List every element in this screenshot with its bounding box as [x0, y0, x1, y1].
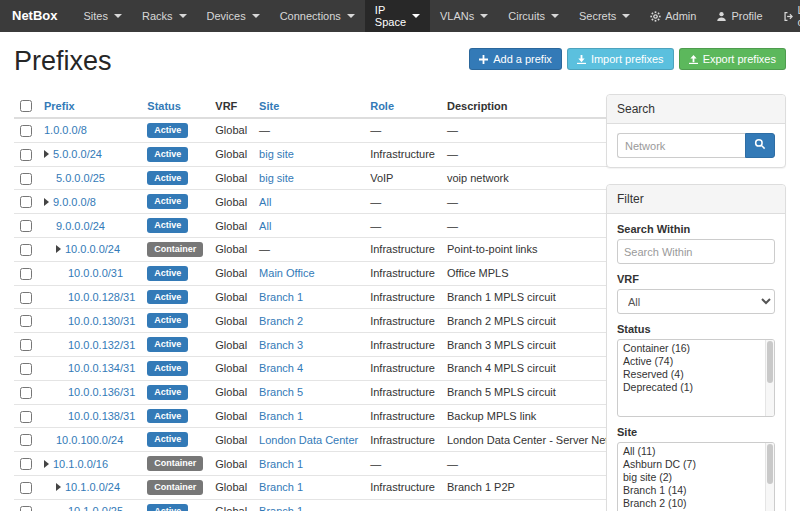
- site-link[interactable]: Branch 3: [259, 339, 303, 351]
- scrollbar-thumb[interactable]: [767, 444, 773, 484]
- column-header-site[interactable]: Site: [259, 100, 279, 112]
- expand-arrow-icon[interactable]: [44, 460, 49, 468]
- prefix-link[interactable]: 5.0.0.0/24: [53, 148, 102, 160]
- nav-item-sites[interactable]: Sites: [74, 0, 132, 32]
- row-checkbox[interactable]: [20, 196, 32, 208]
- admin-link[interactable]: Admin: [640, 0, 706, 32]
- site-link[interactable]: Branch 1: [259, 410, 303, 422]
- row-checkbox[interactable]: [20, 339, 32, 351]
- prefix-link[interactable]: 5.0.0.0/25: [56, 172, 105, 184]
- site-listbox-scrollbar[interactable]: [765, 443, 774, 511]
- expand-arrow-icon[interactable]: [56, 245, 61, 253]
- row-checkbox[interactable]: [20, 363, 32, 375]
- prefix-link[interactable]: 10.0.100.0/24: [56, 434, 123, 446]
- prefix-link[interactable]: 10.0.0.128/31: [68, 291, 135, 303]
- row-checkbox[interactable]: [20, 315, 32, 327]
- row-checkbox[interactable]: [20, 125, 32, 137]
- listbox-option[interactable]: Branch 1 (14): [618, 484, 764, 497]
- column-header-prefix[interactable]: Prefix: [44, 100, 75, 112]
- prefix-link[interactable]: 10.1.0.0/25: [68, 505, 123, 511]
- listbox-option[interactable]: Branch 2 (10): [618, 497, 764, 510]
- row-checkbox[interactable]: [20, 506, 32, 511]
- site-link[interactable]: big site: [259, 148, 294, 160]
- row-checkbox[interactable]: [20, 387, 32, 399]
- row-checkbox[interactable]: [20, 482, 32, 494]
- prefix-link[interactable]: 10.1.0.0/24: [65, 481, 120, 493]
- search-input[interactable]: [617, 133, 745, 158]
- vrf-select[interactable]: All: [617, 289, 775, 314]
- prefix-link[interactable]: 9.0.0.0/8: [53, 196, 96, 208]
- nav-item-secrets[interactable]: Secrets: [569, 0, 640, 32]
- row-checkbox[interactable]: [20, 292, 32, 304]
- prefix-link[interactable]: 10.0.0.130/31: [68, 315, 135, 327]
- prefix-link[interactable]: 10.0.0.136/31: [68, 386, 135, 398]
- expand-arrow-icon[interactable]: [44, 198, 49, 206]
- prefix-link[interactable]: 10.1.0.0/16: [53, 458, 108, 470]
- row-checkbox[interactable]: [20, 173, 32, 185]
- export-prefixes-button[interactable]: Export prefixes: [679, 48, 786, 70]
- row-checkbox[interactable]: [20, 411, 32, 423]
- search-within-input[interactable]: [617, 239, 775, 264]
- logout-link[interactable]: Log out: [773, 0, 800, 32]
- brand-link[interactable]: NetBox: [12, 0, 58, 32]
- row-checkbox[interactable]: [20, 458, 32, 470]
- listbox-option[interactable]: Ashburn DC (7): [618, 458, 764, 471]
- role-cell: Infrastructure: [364, 357, 441, 381]
- nav-item-connections[interactable]: Connections: [270, 0, 365, 32]
- prefix-link[interactable]: 10.0.0.132/31: [68, 339, 135, 351]
- listbox-option[interactable]: Active (74): [618, 355, 764, 368]
- row-checkbox[interactable]: [20, 149, 32, 161]
- nav-item-racks[interactable]: Racks: [132, 0, 197, 32]
- expand-arrow-icon[interactable]: [44, 150, 49, 158]
- prefix-link[interactable]: 10.0.0.138/31: [68, 410, 135, 422]
- expand-arrow-icon[interactable]: [56, 483, 61, 491]
- prefix-link[interactable]: 10.0.0.134/31: [68, 362, 135, 374]
- site-link[interactable]: All: [259, 220, 271, 232]
- site-link[interactable]: Branch 4: [259, 362, 303, 374]
- export-prefixes-label: Export prefixes: [703, 53, 776, 65]
- site-cell: London Data Center: [253, 428, 364, 452]
- site-listbox[interactable]: All (11)Ashburn DC (7)big site (2)Branch…: [617, 442, 775, 511]
- prefix-cell: 5.0.0.0/24: [38, 142, 141, 166]
- site-link[interactable]: big site: [259, 172, 294, 184]
- listbox-option[interactable]: Reserved (4): [618, 368, 764, 381]
- listbox-option[interactable]: Container (16): [618, 342, 764, 355]
- nav-item-devices[interactable]: Devices: [197, 0, 270, 32]
- row-checkbox[interactable]: [20, 244, 32, 256]
- site-link[interactable]: Branch 1: [259, 458, 303, 470]
- listbox-option[interactable]: Deprecated (1): [618, 381, 764, 394]
- column-header-status[interactable]: Status: [147, 100, 181, 112]
- nav-item-vlans[interactable]: VLANs: [430, 0, 498, 32]
- select-all-checkbox[interactable]: [20, 100, 32, 112]
- column-header-role[interactable]: Role: [370, 100, 394, 112]
- listbox-option[interactable]: big site (2): [618, 471, 764, 484]
- row-checkbox[interactable]: [20, 268, 32, 280]
- site-link[interactable]: Branch 5: [259, 386, 303, 398]
- prefix-link[interactable]: 10.0.0.0/24: [65, 243, 120, 255]
- site-link[interactable]: Branch 1: [259, 505, 303, 511]
- site-link[interactable]: London Data Center: [259, 434, 358, 446]
- add-prefix-button[interactable]: Add a prefix: [469, 48, 562, 70]
- status-listbox[interactable]: Container (16)Active (74)Reserved (4)Dep…: [617, 339, 775, 417]
- scrollbar-thumb[interactable]: [767, 341, 773, 383]
- import-prefixes-button[interactable]: Import prefixes: [567, 48, 674, 70]
- profile-link[interactable]: Profile: [706, 0, 772, 32]
- import-prefixes-label: Import prefixes: [591, 53, 664, 65]
- status-badge: Container: [147, 242, 203, 257]
- prefix-link[interactable]: 10.0.0.0/31: [68, 267, 123, 279]
- row-checkbox[interactable]: [20, 220, 32, 232]
- site-link[interactable]: All: [259, 196, 271, 208]
- site-link[interactable]: Main Office: [259, 267, 314, 279]
- prefix-link[interactable]: 1.0.0.0/8: [44, 124, 87, 136]
- site-link[interactable]: Branch 1: [259, 291, 303, 303]
- nav-item-ip-space[interactable]: IP Space: [365, 0, 430, 32]
- listbox-option[interactable]: All (11): [618, 445, 764, 458]
- search-within-label: Search Within: [617, 223, 775, 235]
- site-link[interactable]: Branch 1: [259, 481, 303, 493]
- status-listbox-scrollbar[interactable]: [765, 340, 774, 416]
- prefix-link[interactable]: 9.0.0.0/24: [56, 220, 105, 232]
- site-link[interactable]: Branch 2: [259, 315, 303, 327]
- row-checkbox[interactable]: [20, 434, 32, 446]
- nav-item-circuits[interactable]: Circuits: [498, 0, 569, 32]
- search-button[interactable]: [745, 133, 775, 158]
